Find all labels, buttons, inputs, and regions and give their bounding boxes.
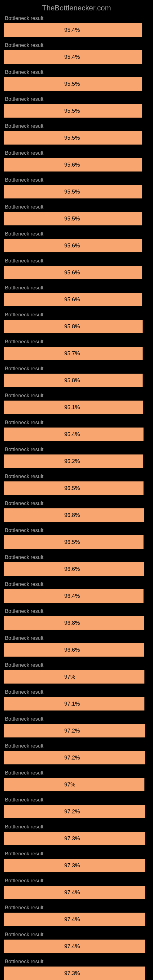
chart-row: Bottleneck result97.4% (4, 932, 149, 953)
row-label: Bottleneck result (4, 851, 149, 857)
bar-track: 95.4% (4, 50, 149, 64)
bar-track: 95.6% (4, 158, 149, 172)
bar: 97.3% (4, 967, 145, 980)
bar-track: 96.4% (4, 589, 149, 603)
bar-track: 97.3% (4, 967, 149, 980)
chart-row: Bottleneck result97.3% (4, 851, 149, 872)
row-label: Bottleneck result (4, 500, 149, 506)
chart-row: Bottleneck result96.4% (4, 420, 149, 441)
bar-value: 96.1% (64, 404, 80, 411)
bar: 97.2% (4, 724, 145, 737)
bar-track: 95.5% (4, 104, 149, 118)
page-title: TheBottlenecker.com (0, 0, 153, 15)
bar-value: 95.7% (64, 350, 80, 357)
bar-value: 95.5% (64, 189, 80, 195)
chart-row: Bottleneck result97.4% (4, 878, 149, 899)
chart-row: Bottleneck result97.2% (4, 716, 149, 737)
bar: 97.2% (4, 805, 145, 818)
bar-value: 97.4% (64, 889, 80, 896)
bar-value: 97% (64, 781, 75, 788)
bar-track: 95.6% (4, 266, 149, 279)
row-label: Bottleneck result (4, 554, 149, 560)
bar: 97.4% (4, 940, 145, 953)
bar: 95.6% (4, 293, 142, 306)
chart-row: Bottleneck result96.2% (4, 447, 149, 468)
bar-track: 95.4% (4, 23, 149, 37)
chart-row: Bottleneck result95.6% (4, 231, 149, 252)
bar-track: 97.3% (4, 859, 149, 872)
bar: 95.5% (4, 77, 142, 91)
bar: 95.5% (4, 131, 142, 145)
chart-row: Bottleneck result95.6% (4, 258, 149, 279)
bar-value: 96.4% (64, 593, 80, 599)
chart-row: Bottleneck result97.4% (4, 905, 149, 926)
chart-row: Bottleneck result96.1% (4, 393, 149, 414)
chart-row: Bottleneck result95.5% (4, 123, 149, 145)
bar-track: 97.4% (4, 913, 149, 926)
row-label: Bottleneck result (4, 15, 149, 21)
bar: 95.4% (4, 23, 142, 37)
bar: 97.4% (4, 886, 145, 899)
chart-row: Bottleneck result97% (4, 662, 149, 684)
row-label: Bottleneck result (4, 42, 149, 48)
bar-value: 95.5% (64, 108, 80, 114)
chart-row: Bottleneck result95.6% (4, 285, 149, 306)
bar: 95.6% (4, 266, 142, 279)
bar-value: 95.6% (64, 162, 80, 168)
row-label: Bottleneck result (4, 662, 149, 668)
bar: 95.4% (4, 50, 142, 64)
bar-track: 95.8% (4, 320, 149, 333)
bar-value: 95.5% (64, 81, 80, 87)
row-label: Bottleneck result (4, 959, 149, 965)
row-label: Bottleneck result (4, 339, 149, 345)
bar-track: 96.1% (4, 401, 149, 414)
bar-value: 97% (64, 674, 75, 680)
bar-track: 96.2% (4, 455, 149, 468)
bar-value: 95.4% (64, 27, 80, 33)
bar-value: 95.4% (64, 54, 80, 60)
row-label: Bottleneck result (4, 123, 149, 129)
row-label: Bottleneck result (4, 608, 149, 614)
chart-row: Bottleneck result96.5% (4, 474, 149, 495)
bar: 96.4% (4, 589, 143, 603)
bar-track: 96.8% (4, 508, 149, 522)
row-label: Bottleneck result (4, 393, 149, 399)
bar-value: 97.2% (64, 808, 80, 815)
row-label: Bottleneck result (4, 581, 149, 587)
bar: 95.6% (4, 158, 142, 172)
bar-value: 97.3% (64, 862, 80, 869)
chart-row: Bottleneck result96.8% (4, 500, 149, 522)
bar: 96.8% (4, 508, 144, 522)
bar-track: 97% (4, 670, 149, 684)
chart-row: Bottleneck result95.8% (4, 366, 149, 387)
bar-value: 96.6% (64, 566, 80, 573)
bar: 97.3% (4, 859, 145, 872)
chart-row: Bottleneck result95.4% (4, 42, 149, 64)
bar: 95.5% (4, 104, 142, 118)
bar-track: 96.4% (4, 428, 149, 441)
chart-row: Bottleneck result97.1% (4, 689, 149, 711)
bar-value: 95.6% (64, 243, 80, 249)
chart-row: Bottleneck result95.5% (4, 204, 149, 225)
row-label: Bottleneck result (4, 635, 149, 641)
bar-track: 95.8% (4, 374, 149, 387)
row-label: Bottleneck result (4, 420, 149, 426)
chart-row: Bottleneck result95.6% (4, 150, 149, 172)
bar-chart: Bottleneck result95.4%Bottleneck result9… (0, 15, 153, 980)
bar-track: 97.1% (4, 697, 149, 711)
row-label: Bottleneck result (4, 716, 149, 722)
chart-row: Bottleneck result95.7% (4, 339, 149, 360)
row-label: Bottleneck result (4, 474, 149, 480)
chart-row: Bottleneck result95.5% (4, 96, 149, 118)
bar: 95.5% (4, 185, 142, 199)
row-label: Bottleneck result (4, 96, 149, 102)
row-label: Bottleneck result (4, 204, 149, 210)
bar: 96.5% (4, 481, 143, 495)
bar-value: 96.5% (64, 485, 80, 492)
bar-track: 95.5% (4, 212, 149, 225)
row-label: Bottleneck result (4, 797, 149, 803)
bar-value: 96.5% (64, 539, 80, 546)
bar: 96.4% (4, 428, 143, 441)
bar-track: 97.2% (4, 751, 149, 764)
bar-value: 95.5% (64, 135, 80, 141)
